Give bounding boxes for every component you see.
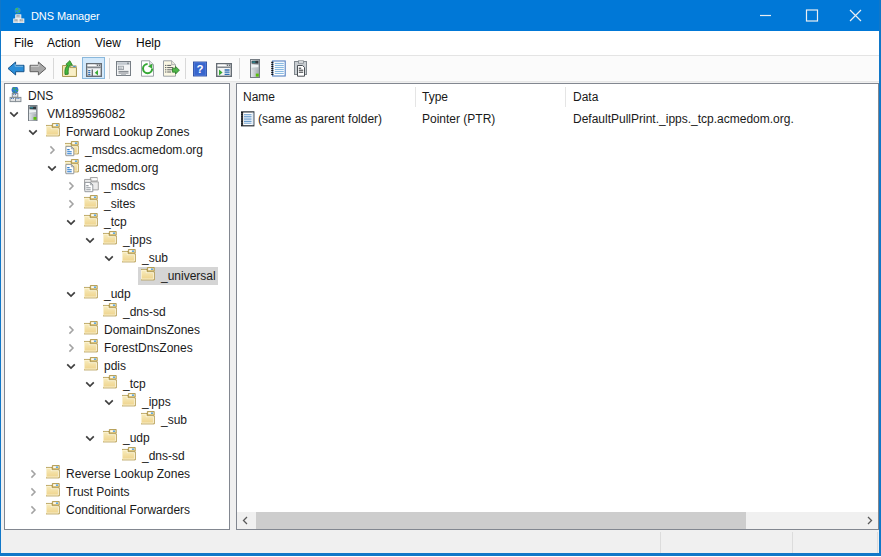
svg-text:?: ? bbox=[197, 63, 204, 75]
